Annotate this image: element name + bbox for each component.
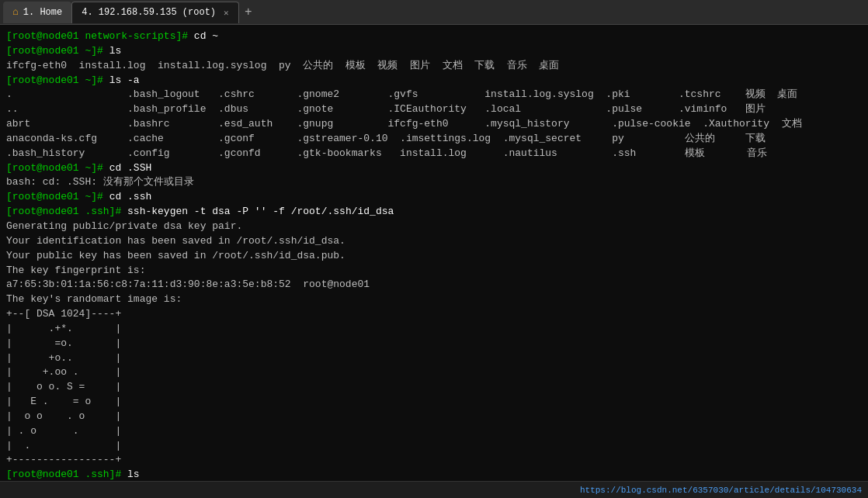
- tab-add-button[interactable]: +: [239, 3, 258, 22]
- home-icon: ⌂: [12, 6, 19, 18]
- tab-active-label: 4. 192.168.59.135 (root): [82, 7, 216, 18]
- tab-home-label: 1. Home: [23, 7, 62, 18]
- status-bar: https://blog.csdn.net/6357030/article/de…: [0, 481, 868, 498]
- tab-active[interactable]: 4. 192.168.59.135 (root) ✕: [71, 2, 238, 23]
- status-url: https://blog.csdn.net/6357030/article/de…: [580, 486, 862, 495]
- title-bar: ⌂ 1. Home 4. 192.168.59.135 (root) ✕ +: [0, 0, 868, 25]
- tab-close-icon[interactable]: ✕: [224, 8, 229, 18]
- tab-home[interactable]: ⌂ 1. Home: [3, 2, 71, 23]
- terminal-output[interactable]: [root@node01 network-scripts]# cd ~ [roo…: [0, 25, 868, 481]
